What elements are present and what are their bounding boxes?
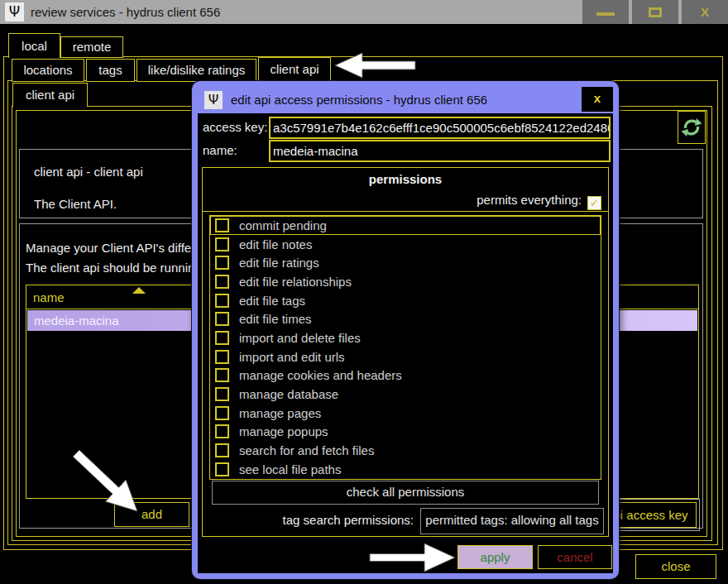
permission-label: import and delete files — [239, 331, 361, 345]
edit-api-permissions-dialog: Ψ edit api access permissions - hydrus c… — [192, 81, 619, 579]
maximize-button[interactable] — [632, 0, 678, 24]
permission-label: edit file ratings — [239, 256, 319, 270]
separator — [203, 211, 608, 212]
permission-item[interactable]: manage pages — [210, 404, 601, 423]
permission-checkbox[interactable] — [215, 312, 229, 326]
permission-item[interactable]: edit file times — [210, 309, 601, 328]
permission-checkbox[interactable] — [215, 218, 229, 232]
permission-item[interactable]: commit pending — [210, 216, 601, 235]
tag-search-permissions-button[interactable]: permitted tags: allowing all tags — [420, 508, 604, 534]
dialog-body: access key: a3c57991e7b4e162c6efff1ce90c… — [198, 113, 613, 573]
permission-item[interactable]: import and edit urls — [210, 347, 601, 366]
permission-checkbox[interactable] — [215, 256, 229, 270]
permission-item[interactable]: search for and fetch files — [210, 441, 601, 460]
service-name-text: client api - client api — [34, 165, 143, 179]
cancel-button[interactable]: cancel — [538, 545, 612, 569]
tab-local[interactable]: local — [8, 33, 60, 58]
dialog-titlebar[interactable]: Ψ edit api access permissions - hydrus c… — [198, 87, 613, 113]
add-button[interactable]: add — [114, 502, 189, 527]
permission-item[interactable]: edit file notes — [210, 235, 601, 254]
tag-search-permissions-label: tag search permissions: — [203, 513, 414, 527]
permission-label: manage cookies and headers — [239, 368, 402, 382]
check-all-permissions-button[interactable]: check all permissions — [212, 481, 599, 505]
permission-checkbox[interactable] — [215, 387, 229, 401]
tab-locations[interactable]: locations — [12, 59, 84, 82]
permission-label: manage popups — [239, 424, 328, 438]
maximize-icon — [649, 7, 662, 17]
name-label: name: — [203, 143, 237, 157]
permission-item[interactable]: see local file paths — [210, 460, 601, 479]
permission-label: edit file tags — [239, 294, 305, 308]
permission-item[interactable]: edit file ratings — [210, 253, 601, 272]
permission-item[interactable]: manage cookies and headers — [210, 366, 601, 385]
permission-item[interactable]: manage database — [210, 385, 601, 404]
access-key-input[interactable]: a3c57991e7b4e162c6efff1ce90c500005c6ebf8… — [269, 117, 611, 139]
manage-help-text-1: Manage your Client API's differ — [26, 241, 195, 255]
permission-label: manage database — [239, 387, 338, 401]
permission-checkbox[interactable] — [215, 350, 229, 364]
permission-item[interactable]: edit file relationships — [210, 272, 601, 291]
permission-item[interactable]: edit file tags — [210, 291, 601, 310]
permission-item[interactable]: manage popups — [210, 423, 601, 442]
access-key-label: access key: — [203, 120, 267, 134]
permission-checkbox[interactable] — [215, 424, 229, 438]
hydrus-dialog-icon: Ψ — [204, 91, 223, 109]
permission-checkbox[interactable] — [215, 443, 229, 457]
permission-label: search for and fetch files — [239, 443, 374, 457]
close-window-button[interactable]: X — [682, 0, 728, 24]
name-input[interactable]: medeia-macina — [269, 140, 611, 162]
window-titlebar[interactable]: Ψ review services - hydrus client 656 X — [0, 0, 728, 24]
permits-everything-label: permits everything: — [477, 193, 582, 207]
permission-label: edit file relationships — [239, 275, 352, 289]
permissions-panel: permissions permits everything:✓ commit … — [202, 167, 609, 537]
service-description-text: The Client API. — [34, 197, 117, 211]
permission-label: manage pages — [239, 406, 321, 420]
permission-label: edit file times — [239, 312, 312, 326]
close-button[interactable]: close — [635, 554, 716, 579]
permission-checkbox[interactable] — [215, 462, 229, 476]
permission-checkbox[interactable] — [215, 368, 229, 382]
tab-tags[interactable]: tags — [86, 59, 135, 82]
permissions-title: permissions — [203, 172, 608, 186]
review-services-window: Ψ review services - hydrus client 656 X … — [0, 0, 728, 584]
minimize-icon — [596, 12, 615, 16]
refresh-icon — [681, 117, 702, 138]
permits-everything-checkbox[interactable]: ✓ — [587, 196, 601, 210]
tab-client-api[interactable]: client api — [258, 57, 331, 81]
dialog-title: edit api access permissions - hydrus cli… — [231, 87, 487, 113]
permission-checkbox[interactable] — [215, 275, 229, 289]
permission-checkbox[interactable] — [215, 237, 229, 251]
manage-help-text-2: The client api should be runnin — [26, 261, 194, 275]
hydrus-app-icon: Ψ — [5, 2, 24, 22]
permission-checkbox[interactable] — [215, 331, 229, 345]
tab-client-api-service[interactable]: client api — [12, 83, 88, 107]
permission-label: commit pending — [239, 218, 327, 232]
apply-button[interactable]: apply — [457, 545, 533, 569]
tab-remote[interactable]: remote — [60, 36, 123, 58]
tab-like-dislike-ratings[interactable]: like/dislike ratings — [136, 59, 256, 82]
permission-list: commit pendingedit file notesedit file r… — [209, 215, 601, 480]
permission-label: edit file notes — [239, 237, 312, 251]
permits-everything-row: permits everything:✓ — [477, 193, 601, 208]
permission-item[interactable]: import and delete files — [210, 328, 601, 347]
close-icon: X — [682, 0, 728, 24]
refresh-button[interactable] — [678, 111, 706, 144]
permission-checkbox[interactable] — [215, 294, 229, 308]
sort-ascending-icon — [132, 287, 146, 294]
permission-checkbox[interactable] — [215, 406, 229, 420]
dialog-close-button[interactable]: x — [582, 87, 613, 112]
permission-label: import and edit urls — [239, 350, 345, 364]
permission-label: see local file paths — [239, 462, 341, 476]
minimize-button[interactable] — [582, 0, 629, 24]
window-title: review services - hydrus client 656 — [31, 0, 220, 24]
